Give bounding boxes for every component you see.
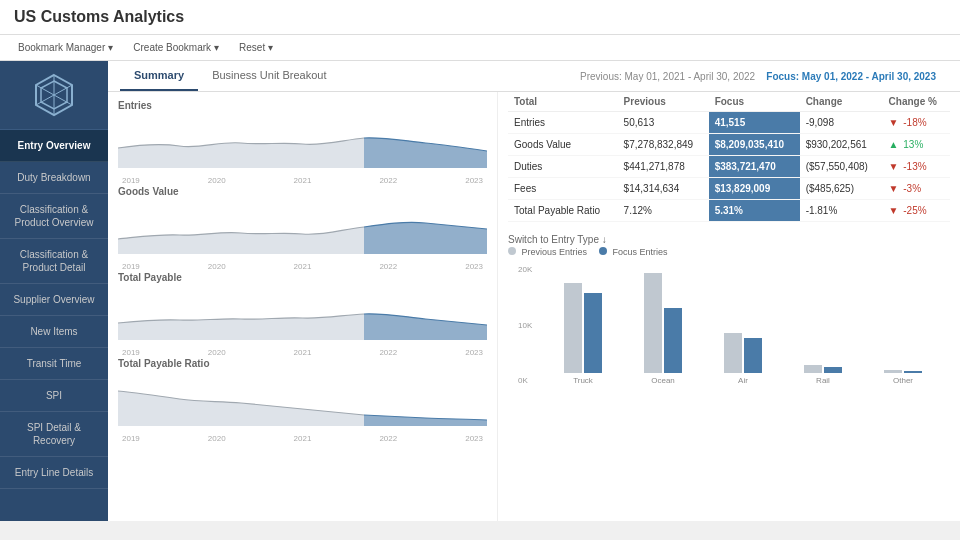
sidebar-item-supplier-overview[interactable]: Supplier Overview [0,284,108,316]
sidebar: Entry Overview Duty Breakdown Classifica… [0,61,108,521]
row-label: Duties [508,156,618,178]
goods-value-chart-label: Goods Value [118,186,487,197]
chevron-down-icon-2: ▾ [214,42,219,53]
app-header: US Customs Analytics [0,0,960,35]
row-focus: $13,829,009 [709,178,800,200]
total-payable-chart-area: 20192020202120222023 [118,285,487,350]
chevron-down-icon-3: ▾ [268,42,273,53]
bar-group-rail: Rail [786,365,860,385]
bookmark-manager-button[interactable]: Bookmark Manager ▾ [14,40,117,55]
bar-group-air: Air [706,333,780,385]
entries-chart-section: Entries 20192020 [118,100,487,178]
bar-label-ocean: Ocean [651,376,675,385]
total-payable-chart-label: Total Payable [118,272,487,283]
row-change-pct: ▼ -3% [883,178,950,200]
content-area: Summary Business Unit Breakout Previous:… [108,61,960,521]
sidebar-item-spi[interactable]: SPI [0,380,108,412]
tab-business-unit[interactable]: Business Unit Breakout [198,61,340,91]
create-bookmark-label: Create Bookmark [133,42,211,53]
bar-label-air: Air [738,376,748,385]
row-change: $930,202,561 [800,134,883,156]
bar-group-truck: Truck [546,283,620,385]
col-previous: Previous [618,92,709,112]
bar-truck-prev [564,283,582,373]
row-focus: $383,721,470 [709,156,800,178]
panels: Entries 20192020 [108,92,960,521]
col-change-pct: Change % [883,92,950,112]
row-change-pct: ▼ -25% [883,200,950,222]
sidebar-item-classification-product-detail[interactable]: Classification & Product Detail [0,239,108,284]
row-change: -9,098 [800,112,883,134]
row-label: Goods Value [508,134,618,156]
legend-dot-focus [599,247,607,255]
create-bookmark-button[interactable]: Create Bookmark ▾ [129,40,223,55]
goods-value-chart-section: Goods Value 20192020202120222023 [118,186,487,264]
sidebar-item-entry-overview[interactable]: Entry Overview [0,130,108,162]
tab-summary[interactable]: Summary [120,61,198,91]
table-row: Duties $441,271,878 $383,721,470 ($57,55… [508,156,950,178]
bar-ocean-prev [644,273,662,373]
bar-label-truck: Truck [573,376,593,385]
date-range-info: Previous: May 01, 2021 - April 30, 2022 … [568,63,948,90]
row-change: -1.81% [800,200,883,222]
bar-other-prev [884,370,902,373]
reset-label: Reset [239,42,265,53]
bar-ocean-focus [664,308,682,373]
legend-dot-previous [508,247,516,255]
row-previous: $441,271,878 [618,156,709,178]
table-row: Fees $14,314,634 $13,829,009 ($485,625) … [508,178,950,200]
goods-value-chart-area: 20192020202120222023 [118,199,487,264]
total-payable-ratio-chart-section: Total Payable Ratio 20192020202120222023 [118,358,487,436]
row-previous: 7.12% [618,200,709,222]
row-label: Total Payable Ratio [508,200,618,222]
row-label: Fees [508,178,618,200]
left-panel: Entries 20192020 [108,92,498,521]
bar-label-other: Other [893,376,913,385]
row-change-pct: ▼ -18% [883,112,950,134]
legend-focus: Focus Entries [599,247,668,257]
row-focus: $8,209,035,410 [709,134,800,156]
sidebar-item-transit-time[interactable]: Transit Time [0,348,108,380]
reset-button[interactable]: Reset ▾ [235,40,277,55]
toolbar: Bookmark Manager ▾ Create Bookmark ▾ Res… [0,35,960,61]
logo-icon [32,73,76,117]
right-panel: Total Previous Focus Change Change % Ent… [498,92,960,521]
bar-rail-focus [824,367,842,373]
row-change-pct: ▲ 13% [883,134,950,156]
table-row: Goods Value $7,278,832,849 $8,209,035,41… [508,134,950,156]
entry-type-section: Switch to Entry Type ↓ Previous Entries … [508,234,950,423]
summary-table: Total Previous Focus Change Change % Ent… [508,92,950,222]
row-change: ($485,625) [800,178,883,200]
sidebar-item-classification-product-overview[interactable]: Classification & Product Overview [0,194,108,239]
row-change-pct: ▼ -13% [883,156,950,178]
table-row: Total Payable Ratio 7.12% 5.31% -1.81% ▼… [508,200,950,222]
bookmark-manager-label: Bookmark Manager [18,42,105,53]
row-focus: 41,515 [709,112,800,134]
bar-group-other: Other [866,370,940,385]
chevron-down-icon: ▾ [108,42,113,53]
bar-truck-focus [584,293,602,373]
total-payable-ratio-chart-area: 20192020202120222023 [118,371,487,436]
main-layout: Entry Overview Duty Breakdown Classifica… [0,61,960,521]
sidebar-item-new-items[interactable]: New Items [0,316,108,348]
sidebar-item-entry-line-details[interactable]: Entry Line Details [0,457,108,489]
total-payable-ratio-chart-label: Total Payable Ratio [118,358,487,369]
row-label: Entries [508,112,618,134]
row-previous: $14,314,634 [618,178,709,200]
col-change: Change [800,92,883,112]
app-title: US Customs Analytics [14,8,184,25]
bar-air-prev [724,333,742,373]
row-previous: 50,613 [618,112,709,134]
bar-group-ocean: Ocean [626,273,700,385]
bar-air-focus [744,338,762,373]
focus-date-range: Focus: May 01, 2022 - April 30, 2023 [766,71,936,82]
total-payable-chart-section: Total Payable 20192020202120222023 [118,272,487,350]
sidebar-item-spi-detail[interactable]: SPI Detail & Recovery [0,412,108,457]
sidebar-logo [0,61,108,130]
entries-chart-area: 20192020202120222023 [118,113,487,178]
previous-date-range: Previous: May 01, 2021 - April 30, 2022 [580,71,755,82]
legend: Previous Entries Focus Entries [508,247,950,257]
entries-chart-label: Entries [118,100,487,111]
sidebar-item-duty-breakdown[interactable]: Duty Breakdown [0,162,108,194]
table-row: Entries 50,613 41,515 -9,098 ▼ -18% [508,112,950,134]
